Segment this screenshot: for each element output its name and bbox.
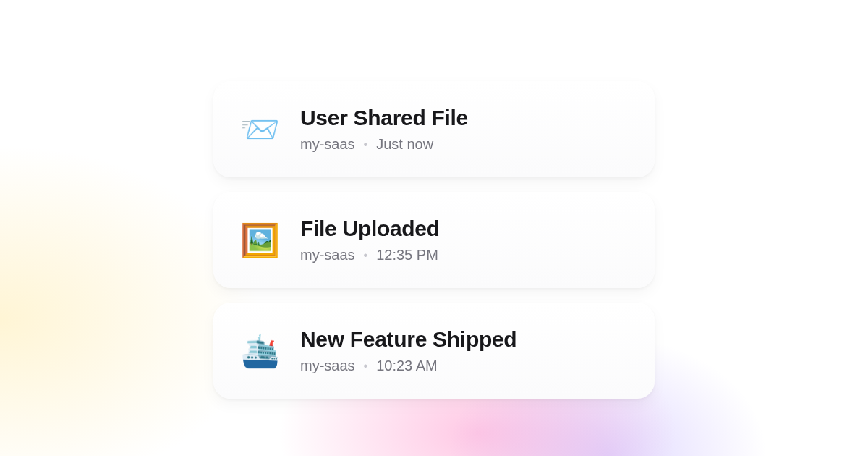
notification-list: 📨 User Shared File my-saas • Just now 🖼️… xyxy=(213,81,655,399)
ship-icon: 🛳️ xyxy=(239,331,280,371)
notification-app: my-saas xyxy=(300,247,355,263)
separator-dot: • xyxy=(364,360,368,373)
notification-title: New Feature Shipped xyxy=(300,327,516,352)
notification-title: User Shared File xyxy=(300,106,468,130)
notification-meta: my-saas • 12:35 PM xyxy=(300,247,440,263)
notification-time: 10:23 AM xyxy=(376,358,438,374)
notification-body: User Shared File my-saas • Just now xyxy=(300,106,468,153)
notification-body: New Feature Shipped my-saas • 10:23 AM xyxy=(300,327,516,374)
notification-card[interactable]: 📨 User Shared File my-saas • Just now xyxy=(213,81,655,177)
notification-card[interactable]: 🖼️ File Uploaded my-saas • 12:35 PM xyxy=(213,192,655,288)
notification-time: Just now xyxy=(376,136,433,153)
notification-app: my-saas xyxy=(300,136,355,153)
notification-time: 12:35 PM xyxy=(376,247,438,263)
notification-card[interactable]: 🛳️ New Feature Shipped my-saas • 10:23 A… xyxy=(213,303,655,399)
notification-app: my-saas xyxy=(300,358,355,374)
separator-dot: • xyxy=(364,138,368,151)
separator-dot: • xyxy=(364,249,368,262)
notification-meta: my-saas • 10:23 AM xyxy=(300,358,516,374)
notification-meta: my-saas • Just now xyxy=(300,136,468,153)
notification-body: File Uploaded my-saas • 12:35 PM xyxy=(300,216,440,263)
picture-icon: 🖼️ xyxy=(239,220,280,261)
notification-title: File Uploaded xyxy=(300,216,440,241)
mail-icon: 📨 xyxy=(239,109,280,150)
